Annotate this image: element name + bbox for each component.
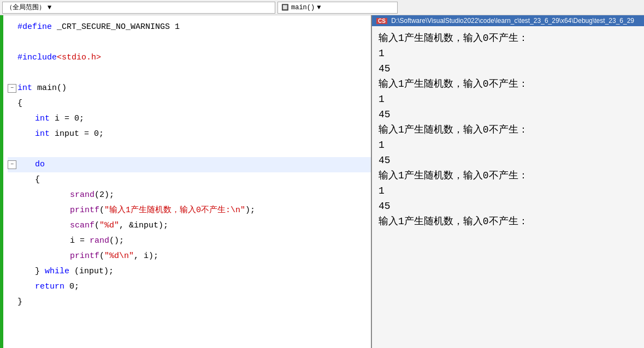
code-token: rand bbox=[90, 233, 109, 249]
console-icon: CS bbox=[376, 18, 387, 24]
console-line: 1 bbox=[379, 183, 637, 199]
code-token: scanf bbox=[70, 218, 94, 233]
code-token: (input); bbox=[74, 264, 114, 279]
code-token: main() bbox=[37, 81, 67, 96]
collapse-button-do[interactable]: − bbox=[8, 160, 16, 169]
toolbar: （全局范围） ▼ 🔲 main() ▼ bbox=[0, 0, 644, 15]
console-window: CS D:\Software\VisualStudio2022\code\lea… bbox=[371, 15, 644, 348]
code-token: ( bbox=[94, 218, 99, 233]
code-token: _CRT_SECURE_NO_WARNINGS 1 bbox=[57, 20, 180, 35]
code-token: 0; bbox=[69, 279, 79, 295]
code-token: int bbox=[17, 81, 37, 96]
scope-label: （全局范围） bbox=[6, 3, 45, 12]
code-token: "输入1产生随机数，输入0不产生:\n" bbox=[104, 203, 245, 218]
code-token: i = bbox=[70, 233, 90, 249]
code-token: int bbox=[35, 111, 55, 127]
code-token: printf bbox=[70, 249, 99, 264]
code-token: { bbox=[17, 96, 22, 111]
code-token: printf bbox=[70, 203, 99, 218]
console-line: 输入1产生随机数，输入0不产生： bbox=[379, 214, 637, 229]
console-line: 45 bbox=[379, 199, 637, 214]
code-token: ( bbox=[99, 203, 104, 218]
code-token: ); bbox=[245, 203, 255, 218]
code-token: } bbox=[35, 264, 45, 279]
func-label: main() bbox=[291, 4, 315, 11]
code-token: #include bbox=[17, 50, 57, 65]
func-dropdown-arrow: ▼ bbox=[317, 4, 321, 11]
console-line: 输入1产生随机数，输入0不产生： bbox=[379, 168, 637, 183]
console-line: 45 bbox=[379, 107, 637, 122]
code-token: ( bbox=[99, 249, 104, 264]
collapse-button-main[interactable]: − bbox=[8, 84, 16, 93]
code-token: i = 0; bbox=[55, 111, 84, 127]
console-title-bar: CS D:\Software\VisualStudio2022\code\lea… bbox=[372, 15, 644, 26]
code-token: return bbox=[35, 279, 69, 295]
main-content: #define _CRT_SECURE_NO_WARNINGS 1 #inclu… bbox=[0, 15, 644, 348]
console-line: 1 bbox=[379, 46, 637, 61]
code-token: , i); bbox=[134, 249, 158, 264]
console-line: 45 bbox=[379, 153, 637, 168]
console-line: 输入1产生随机数，输入0不产生： bbox=[379, 31, 637, 46]
code-token: } bbox=[17, 295, 22, 310]
console-line: 45 bbox=[379, 61, 637, 76]
console-title: D:\Software\VisualStudio2022\code\learn_… bbox=[391, 17, 634, 25]
code-token: , &input); bbox=[119, 218, 168, 233]
code-token: (2); bbox=[94, 188, 114, 203]
code-token: while bbox=[45, 264, 74, 279]
console-line: 输入1产生随机数，输入0不产生： bbox=[379, 76, 637, 92]
console-line: 1 bbox=[379, 137, 637, 153]
code-token: int bbox=[35, 127, 55, 142]
code-token: do bbox=[35, 157, 45, 172]
console-line: 1 bbox=[379, 92, 637, 107]
console-line: 输入1产生随机数，输入0不产生： bbox=[379, 122, 637, 137]
code-token: "%d\n" bbox=[104, 249, 134, 264]
func-icon: 🔲 bbox=[281, 4, 289, 11]
code-token: { bbox=[35, 172, 40, 188]
code-token: srand bbox=[70, 188, 94, 203]
scope-dropdown[interactable]: （全局范围） ▼ bbox=[2, 2, 275, 14]
code-token: #define bbox=[17, 20, 57, 35]
code-token: (); bbox=[109, 233, 124, 249]
code-token: "%d" bbox=[99, 218, 119, 233]
code-token: <stdio.h> bbox=[57, 50, 101, 65]
console-content: 输入1产生随机数，输入0不产生： 1 45 输入1产生随机数，输入0不产生： 1… bbox=[372, 26, 644, 233]
func-dropdown[interactable]: 🔲 main() ▼ bbox=[277, 2, 398, 14]
scope-dropdown-arrow: ▼ bbox=[48, 4, 51, 11]
code-token: input = 0; bbox=[55, 127, 104, 142]
